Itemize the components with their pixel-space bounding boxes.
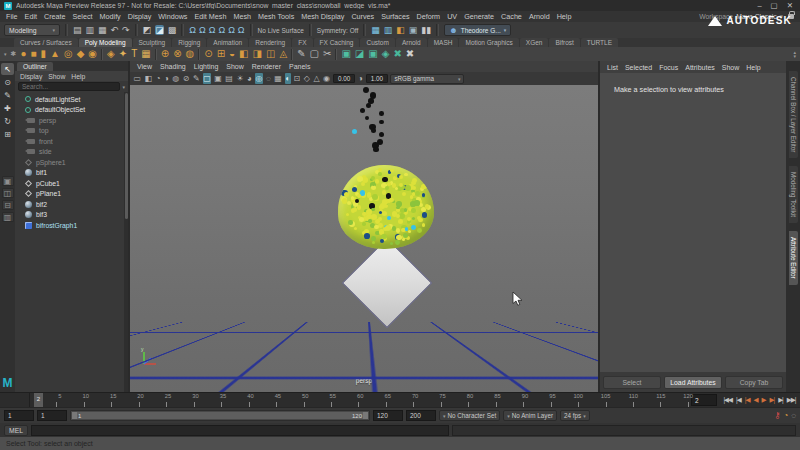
- menu-item[interactable]: Edit: [25, 12, 37, 21]
- viewport-toolbar-icon[interactable]: ◇: [303, 73, 310, 84]
- menu-set-selector[interactable]: Modeling ▾: [4, 24, 60, 36]
- shelf-tool-icon[interactable]: ◪: [355, 48, 364, 60]
- menu-item[interactable]: UV: [447, 12, 457, 21]
- shelf-scroll-arrows[interactable]: ▴▾: [793, 50, 796, 58]
- playback-button[interactable]: |◀: [743, 396, 751, 404]
- outliner-item[interactable]: bifrostGraph1: [25, 220, 122, 231]
- shelf-tool-icon[interactable]: [335, 49, 337, 60]
- attribute-editor-menu-item[interactable]: Focus: [659, 64, 678, 71]
- anim-layer-select[interactable]: ▾No Anim Layer: [503, 410, 557, 421]
- attribute-editor-menu-item[interactable]: Show: [722, 64, 740, 71]
- shelf-tab[interactable]: Motion Graphics: [459, 38, 518, 47]
- shelf-tool-icon[interactable]: ✖: [406, 48, 414, 60]
- shelf-gear-icon[interactable]: ✱: [11, 50, 17, 58]
- menu-item[interactable]: Edit Mesh: [194, 12, 226, 21]
- shelf-tool-icon[interactable]: ⊞: [217, 48, 225, 60]
- tool-button[interactable]: ⊞: [1, 128, 14, 140]
- live-surface-field[interactable]: No Live Surface: [258, 27, 304, 34]
- gamma-icon[interactable]: ◑: [358, 73, 364, 84]
- viewport-menu-item[interactable]: View: [137, 63, 152, 70]
- snowball-particles-object[interactable]: [338, 165, 434, 249]
- attribute-editor-menu-item[interactable]: Help: [746, 64, 760, 71]
- outliner-menu-item[interactable]: Help: [71, 73, 85, 80]
- shelf-tab[interactable]: Custom: [360, 38, 394, 47]
- close-button[interactable]: ✕: [787, 1, 793, 10]
- viewport-toolbar-icon[interactable]: ◉: [323, 73, 331, 84]
- shelf-tool-icon[interactable]: ⊕: [161, 48, 169, 60]
- playback-button[interactable]: ▶|: [768, 396, 776, 404]
- side-panel-tab[interactable]: Modeling Toolkit: [789, 166, 798, 223]
- status-icon[interactable]: ↷: [122, 25, 130, 35]
- side-panel-tab[interactable]: Channel Box / Layer Editor: [789, 71, 798, 158]
- viewport-toolbar-icon[interactable]: ▣: [214, 73, 223, 84]
- viewport-menu-item[interactable]: Show: [226, 63, 244, 70]
- outliner-menu-item[interactable]: Show: [48, 73, 65, 80]
- tool-button[interactable]: ↻: [1, 115, 14, 127]
- selection-mode-icon[interactable]: ▩: [168, 25, 177, 35]
- tool-button[interactable]: ↖: [1, 63, 14, 75]
- status-icon[interactable]: ▥: [86, 25, 95, 35]
- render-icon[interactable]: ▥: [384, 25, 393, 35]
- tool-button[interactable]: ✚: [1, 102, 14, 114]
- range-slider-icon[interactable]: ◔: [783, 411, 788, 420]
- colorspace-select[interactable]: sRGB gamma ▾: [390, 74, 464, 84]
- viewport-canvas[interactable]: y persp: [130, 85, 598, 392]
- render-icon[interactable]: ▣: [409, 25, 418, 35]
- fps-select[interactable]: 24 fps▾: [560, 410, 590, 421]
- status-icon[interactable]: ↶: [111, 25, 119, 35]
- shelf-tool-icon[interactable]: ■: [30, 48, 36, 60]
- shelf-tool-icon[interactable]: ◒: [229, 48, 235, 60]
- menu-item[interactable]: Generate: [464, 12, 494, 21]
- viewport-toolbar-icon[interactable]: ▤: [225, 73, 234, 84]
- command-language-toggle[interactable]: MEL: [4, 425, 28, 436]
- render-icon[interactable]: ◧: [396, 25, 405, 35]
- menu-item[interactable]: Modify: [100, 12, 121, 21]
- snap-icon[interactable]: Ω: [228, 25, 235, 35]
- playback-start-field[interactable]: 1: [37, 410, 67, 421]
- attribute-editor-button[interactable]: Select: [603, 376, 661, 389]
- menu-item[interactable]: Curves: [351, 12, 374, 21]
- playback-button[interactable]: ▶: [760, 396, 767, 404]
- shelf-tool-icon[interactable]: ✂: [323, 48, 331, 60]
- shelf-tool-icon[interactable]: ◆: [77, 48, 85, 60]
- maximize-button[interactable]: ▢: [771, 1, 778, 10]
- status-icon[interactable]: ▤: [73, 25, 82, 35]
- shelf-tab[interactable]: Rigging: [172, 38, 206, 47]
- outliner-item[interactable]: side: [25, 147, 122, 158]
- shelf-tool-icon[interactable]: ▣: [368, 48, 377, 60]
- wedge-cube-object[interactable]: [342, 238, 433, 329]
- shelf-tab[interactable]: XGen: [520, 38, 549, 47]
- status-icon[interactable]: ▦: [98, 25, 107, 35]
- symmetry-field[interactable]: Symmetry: Off: [317, 27, 358, 34]
- shelf-tab[interactable]: Sculpting: [133, 38, 172, 47]
- viewport-menu-item[interactable]: Shading: [160, 63, 186, 70]
- layout-button[interactable]: ▣: [2, 176, 14, 186]
- shelf-tool-icon[interactable]: ✦: [119, 48, 127, 60]
- animation-start-field[interactable]: 1: [4, 410, 34, 421]
- viewport-toolbar-icon[interactable]: ◑: [163, 73, 169, 84]
- shelf-tool-icon[interactable]: ◨: [253, 48, 262, 60]
- shelf-tab[interactable]: FX: [292, 38, 312, 47]
- shelf-tab[interactable]: FX Caching: [314, 38, 360, 47]
- viewport-toolbar-icon[interactable]: ▢: [203, 73, 212, 84]
- selection-mode-icon[interactable]: ◪: [155, 25, 164, 35]
- shelf-menu-icon[interactable]: ▾: [4, 51, 7, 57]
- shelf-tool-icon[interactable]: ✖: [393, 48, 401, 60]
- viewport-toolbar-icon[interactable]: ◔: [155, 73, 161, 84]
- menu-item[interactable]: Mesh Display: [301, 12, 344, 21]
- character-set-select[interactable]: ▾No Character Set: [439, 410, 500, 421]
- tool-button[interactable]: ✎: [1, 89, 14, 101]
- menu-item[interactable]: Deform: [417, 12, 441, 21]
- command-result-field[interactable]: [452, 425, 796, 436]
- playback-end-field[interactable]: 120: [373, 410, 403, 421]
- viewport-toolbar-icon[interactable]: ✎: [193, 73, 201, 84]
- attribute-editor-button[interactable]: Load Attributes: [664, 376, 722, 389]
- tool-button[interactable]: ⊙: [1, 76, 14, 88]
- menu-item[interactable]: Surfaces: [381, 12, 409, 21]
- shelf-tool-icon[interactable]: ●: [20, 48, 26, 60]
- menu-item[interactable]: Mesh Tools: [258, 12, 294, 21]
- menu-item[interactable]: Help: [557, 12, 572, 21]
- outliner-item[interactable]: bif3: [25, 210, 122, 221]
- viewport-toolbar-icon[interactable]: ⊡: [293, 73, 301, 84]
- menu-item[interactable]: Display: [128, 12, 152, 21]
